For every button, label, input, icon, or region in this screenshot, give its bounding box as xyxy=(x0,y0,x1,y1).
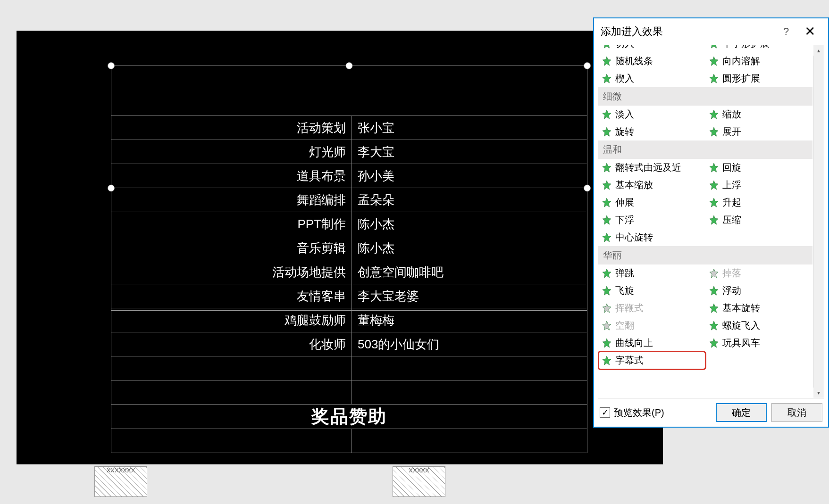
table-row xyxy=(111,380,587,405)
effect-item[interactable]: 下浮 xyxy=(598,211,705,229)
resize-handle[interactable] xyxy=(346,62,353,69)
ok-button[interactable]: 确定 xyxy=(716,403,767,422)
star-icon xyxy=(708,73,720,84)
table-row: 舞蹈编排孟朵朵 xyxy=(111,188,587,212)
effect-item[interactable]: 螺旋飞入 xyxy=(705,317,812,334)
effect-item: 挥鞭式 xyxy=(598,299,705,317)
close-icon[interactable]: ✕ xyxy=(798,20,821,43)
credit-role: 道具布景 xyxy=(111,164,352,188)
effect-label: 圆形扩展 xyxy=(722,72,760,85)
scroll-up-icon[interactable]: ▴ xyxy=(813,45,824,56)
effect-item[interactable]: 浮动 xyxy=(705,282,812,299)
effect-item[interactable]: 楔入 xyxy=(598,70,705,87)
effect-item[interactable]: 中心旋转 xyxy=(598,229,705,246)
effect-label: 随机线条 xyxy=(615,55,653,67)
credit-name: 张小宝 xyxy=(352,116,587,140)
effect-item[interactable]: 回旋 xyxy=(705,159,812,176)
scroll-down-icon[interactable]: ▾ xyxy=(813,388,824,398)
credit-name: 李大宝老婆 xyxy=(352,284,587,308)
scrollbar[interactable]: ▴ ▾ xyxy=(813,45,824,398)
effect-label: 螺旋飞入 xyxy=(722,319,760,332)
table-row: 化妆师503的小仙女们 xyxy=(111,332,587,356)
effect-item[interactable]: 十字形扩展 xyxy=(705,45,812,52)
effect-item[interactable]: 向内溶解 xyxy=(705,52,812,70)
preview-checkbox[interactable]: ✓ 预览效果(P) xyxy=(600,406,711,419)
credit-name: 陈小杰 xyxy=(352,236,587,260)
star-icon xyxy=(601,285,612,297)
star-icon xyxy=(601,338,612,349)
dialog-titlebar[interactable]: 添加进入效果 ? ✕ xyxy=(594,18,828,45)
effect-label: 升起 xyxy=(722,196,741,209)
effect-item[interactable]: 基本旋转 xyxy=(705,299,812,317)
effect-item[interactable]: 压缩 xyxy=(705,211,812,229)
table-row: 道具布景孙小美 xyxy=(111,164,587,188)
effect-item[interactable]: 字幕式 xyxy=(598,352,705,369)
effect-item[interactable]: 切入 xyxy=(598,45,705,52)
table-row: 活动场地提供创意空间咖啡吧 xyxy=(111,260,587,284)
effect-item[interactable]: 上浮 xyxy=(705,176,812,194)
cancel-button[interactable]: 取消 xyxy=(771,403,822,422)
resize-handle[interactable] xyxy=(584,62,591,69)
effect-label: 基本缩放 xyxy=(615,179,653,191)
credit-role: 化妆师 xyxy=(111,332,352,356)
table-row: 鸡腿鼓励师董梅梅 xyxy=(111,308,587,332)
slide-thumb[interactable]: XXXXX xyxy=(393,466,445,497)
star-icon xyxy=(708,180,720,191)
star-icon xyxy=(708,268,720,279)
star-icon xyxy=(601,162,612,174)
effect-label: 下浮 xyxy=(615,214,634,226)
effect-item[interactable]: 玩具风车 xyxy=(705,334,812,352)
dialog-title: 添加进入效果 xyxy=(601,25,774,39)
credits-table: 活动策划张小宝灯光师李大宝道具布景孙小美舞蹈编排孟朵朵PPT制作陈小杰音乐剪辑陈… xyxy=(111,116,587,453)
star-icon xyxy=(708,56,720,67)
empty-cell xyxy=(352,429,587,453)
star-icon xyxy=(601,197,612,208)
star-icon xyxy=(601,56,612,67)
effect-item[interactable]: 曲线向上 xyxy=(598,334,705,352)
effect-label: 伸展 xyxy=(615,196,634,209)
add-entrance-effect-dialog: 添加进入效果 ? ✕ 切入十字形扩展随机线条向内溶解楔入圆形扩展细微淡入缩放旋转… xyxy=(593,17,829,428)
effect-item[interactable]: 展开 xyxy=(705,123,812,140)
effect-item[interactable]: 升起 xyxy=(705,194,812,211)
table-row: 灯光师李大宝 xyxy=(111,140,587,164)
effect-item[interactable]: 基本缩放 xyxy=(598,176,705,194)
effect-group-header: 华丽 xyxy=(598,246,812,264)
effect-item[interactable]: 旋转 xyxy=(598,123,705,140)
resize-handle[interactable] xyxy=(108,62,115,69)
star-icon xyxy=(601,109,612,120)
table-row xyxy=(111,429,587,453)
credit-name: 孙小美 xyxy=(352,164,587,188)
help-button[interactable]: ? xyxy=(774,20,798,43)
table-row: 奖品赞助 xyxy=(111,405,587,429)
effect-label: 压缩 xyxy=(722,214,741,226)
star-icon xyxy=(601,355,612,366)
effect-label: 缩放 xyxy=(722,108,741,121)
effect-item[interactable]: 淡入 xyxy=(598,106,705,123)
effect-label: 淡入 xyxy=(615,108,634,121)
table-row: 音乐剪辑陈小杰 xyxy=(111,236,587,260)
star-icon xyxy=(601,215,612,226)
effect-item[interactable]: 随机线条 xyxy=(598,52,705,70)
effect-label: 切入 xyxy=(615,45,634,50)
star-icon xyxy=(708,109,720,120)
effect-label: 弹跳 xyxy=(615,267,634,280)
effect-label: 掉落 xyxy=(722,267,741,280)
credit-name: 李大宝 xyxy=(352,140,587,164)
star-icon xyxy=(601,320,612,331)
effect-item[interactable]: 弹跳 xyxy=(598,264,705,282)
slide-thumb-strip: XXXXXXX XXXXX xyxy=(94,466,571,504)
effect-item[interactable]: 伸展 xyxy=(598,194,705,211)
effect-item[interactable]: 缩放 xyxy=(705,106,812,123)
slide-canvas[interactable]: 活动策划张小宝灯光师李大宝道具布景孙小美舞蹈编排孟朵朵PPT制作陈小杰音乐剪辑陈… xyxy=(17,31,663,464)
effect-item[interactable]: 翻转式由远及近 xyxy=(598,159,705,176)
slide-thumb[interactable]: XXXXXXX xyxy=(94,466,147,497)
star-icon xyxy=(708,197,720,208)
effect-item[interactable]: 圆形扩展 xyxy=(705,70,812,87)
star-icon xyxy=(601,73,612,84)
checkbox-icon: ✓ xyxy=(600,407,610,418)
effect-item: 空翻 xyxy=(598,317,705,334)
star-icon xyxy=(708,338,720,349)
star-icon xyxy=(708,285,720,297)
star-icon xyxy=(708,45,720,50)
effect-item[interactable]: 飞旋 xyxy=(598,282,705,299)
